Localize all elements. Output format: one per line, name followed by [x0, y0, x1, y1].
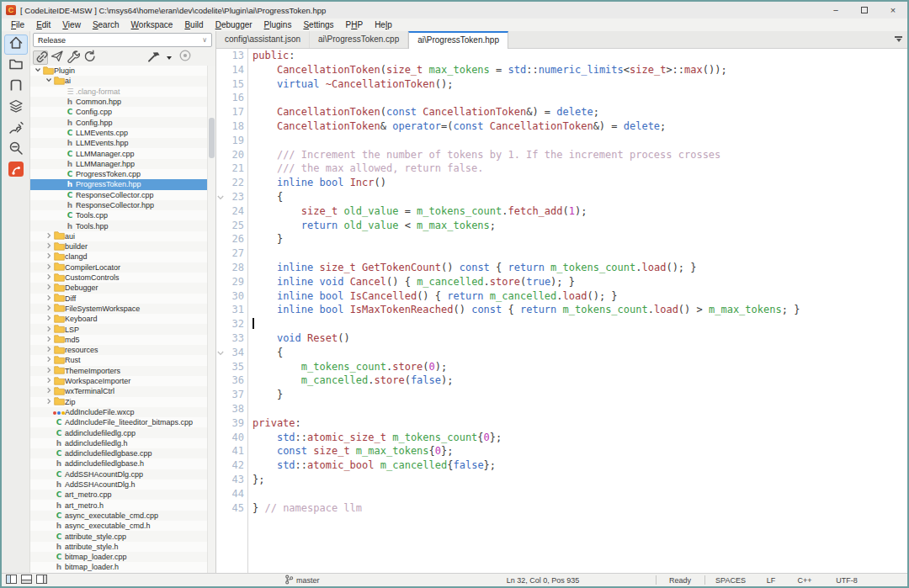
code-line[interactable]: 34 {	[216, 346, 907, 360]
chevron-right-icon[interactable]	[45, 283, 52, 292]
chevron-right-icon[interactable]	[45, 377, 52, 385]
chevron-right-icon[interactable]	[45, 252, 52, 261]
git-branch-indicator[interactable]: master	[284, 574, 320, 586]
tree-item[interactable]: wxTerminalCtrl	[30, 386, 207, 396]
line-number[interactable]: 41	[225, 444, 244, 458]
tree-item[interactable]: aui	[30, 231, 207, 241]
tree-item[interactable]: Diff	[30, 294, 207, 304]
code-line[interactable]: 25 return old_value < m_max_tokens;	[216, 219, 907, 233]
tree-item[interactable]: CAddIncludeFile_liteeditor_bitmaps.cpp	[30, 417, 207, 427]
line-number[interactable]: 30	[225, 289, 244, 304]
code-line[interactable]: 32	[216, 317, 907, 331]
menu-build[interactable]: Build	[178, 19, 209, 31]
whitespace-mode[interactable]: SPACES	[707, 574, 754, 586]
code-line[interactable]: 30 inline bool IsCancelled() { return m_…	[216, 289, 907, 304]
eol-mode[interactable]: LF	[756, 574, 786, 586]
code-line[interactable]: 24 size_t old_value = m_tokens_count.fet…	[216, 204, 907, 219]
editor-tab[interactable]: config\assistant.json	[216, 31, 310, 48]
line-number[interactable]: 16	[225, 91, 244, 105]
toolbar-button-build-hammer-icon[interactable]	[146, 50, 161, 65]
pane-bottom-icon[interactable]	[21, 575, 32, 585]
tree-item[interactable]: clangd	[30, 252, 207, 262]
line-number[interactable]: 20	[225, 148, 244, 162]
tree-item[interactable]: Cattribute_style.cpp	[30, 531, 207, 541]
chevron-right-icon[interactable]	[45, 232, 52, 241]
chevron-right-icon[interactable]	[45, 315, 52, 323]
tree-item[interactable]: Plugin	[30, 66, 207, 76]
strip-button-git-plugin-icon[interactable]	[4, 161, 28, 181]
code-line[interactable]: 40 std::atomic_size_t m_tokens_count{0};	[216, 431, 907, 445]
menu-file[interactable]: File	[5, 19, 30, 31]
code-line[interactable]: 38	[216, 402, 907, 416]
line-number[interactable]: 45	[225, 501, 244, 516]
tree-item[interactable]: hAddSSHAcountDlg.h	[30, 479, 207, 490]
editor-tab[interactable]: ai\ProgressToken.hpp	[408, 31, 508, 49]
line-number[interactable]: 35	[225, 360, 244, 374]
line-number[interactable]: 38	[225, 402, 244, 416]
line-number[interactable]: 17	[225, 105, 244, 119]
tree-item[interactable]: CProgressToken.cpp	[30, 169, 207, 179]
tree-item[interactable]: hbitmap_loader.h	[30, 562, 207, 572]
tree-item[interactable]: Cbitmap_loader.cpp	[30, 552, 207, 562]
menu-php[interactable]: PHP	[340, 19, 369, 31]
toolbar-button-wrench-icon[interactable]	[65, 50, 80, 65]
file-tree[interactable]: Pluginai☰.clang-formathCommon.hppCConfig…	[30, 66, 215, 573]
code-line[interactable]: 26 }	[216, 232, 907, 246]
strip-button-home-icon[interactable]	[4, 34, 28, 55]
line-number[interactable]: 34	[225, 346, 244, 360]
tree-item[interactable]: hCommon.hpp	[30, 97, 207, 107]
fold-marker-icon[interactable]	[216, 346, 225, 360]
code-line[interactable]: 35 m_tokens_count.store(0);	[216, 360, 907, 374]
tree-item[interactable]: builder	[30, 241, 207, 252]
line-number[interactable]: 43	[225, 473, 244, 487]
tree-item[interactable]: CConfig.cpp	[30, 107, 207, 117]
tree-item[interactable]: hResponseCollector.hpp	[30, 200, 207, 210]
strip-button-bookmark-icon[interactable]	[4, 77, 28, 97]
line-number[interactable]: 22	[225, 176, 244, 190]
line-number[interactable]: 13	[225, 49, 244, 63]
tree-item[interactable]: Caddincludefiledlg.cpp	[30, 427, 207, 437]
pane-right-icon[interactable]	[36, 575, 47, 585]
fold-marker-icon[interactable]	[216, 190, 225, 204]
chevron-right-icon[interactable]	[45, 294, 52, 303]
toolbar-button-refresh-icon[interactable]	[81, 50, 96, 65]
code-line[interactable]: 13public:	[216, 49, 907, 63]
code-line[interactable]: 17 CancellationToken(const CancellationT…	[216, 105, 907, 119]
code-line[interactable]: 31 inline bool IsMaxTokenReached() const…	[216, 303, 907, 317]
strip-button-zoom-out-icon[interactable]	[4, 140, 28, 160]
tree-item[interactable]: CustomControls	[30, 273, 207, 283]
tree-item[interactable]: Caddincludefiledlgbase.cpp	[30, 448, 207, 458]
code-line[interactable]: 33 void Reset()	[216, 331, 907, 346]
menu-settings[interactable]: Settings	[297, 19, 339, 31]
line-number[interactable]: 32	[225, 317, 244, 331]
line-number[interactable]: 33	[225, 331, 244, 346]
line-number[interactable]: 21	[225, 162, 244, 176]
toolbar-button-stop-record-icon[interactable]	[178, 50, 193, 65]
chevron-right-icon[interactable]	[45, 242, 52, 251]
menu-workspace[interactable]: Workspace	[125, 19, 179, 31]
code-line[interactable]: 39private:	[216, 416, 907, 431]
code-line[interactable]: 14 CancellationToken(size_t max_tokens =…	[216, 63, 907, 77]
tree-item[interactable]: ☰.clang-format	[30, 87, 207, 97]
chevron-down-icon[interactable]	[35, 66, 41, 75]
menu-debugger[interactable]: Debugger	[210, 19, 258, 31]
menu-help[interactable]: Help	[369, 19, 398, 31]
tree-item[interactable]: WorkspaceImporter	[30, 376, 207, 386]
tree-item[interactable]: CompilerLocator	[30, 262, 207, 273]
code-line[interactable]: 42 std::atomic_bool m_cancelled{false};	[216, 458, 907, 473]
strip-button-folder-icon[interactable]	[4, 56, 28, 76]
chevron-right-icon[interactable]	[45, 398, 52, 406]
line-number[interactable]: 44	[225, 487, 244, 501]
tree-item[interactable]: CResponseCollector.cpp	[30, 190, 207, 200]
code-line[interactable]: 19	[216, 134, 907, 148]
code-line[interactable]: 16	[216, 91, 907, 105]
code-line[interactable]: 45} // namespace llm	[216, 501, 907, 516]
maximize-button[interactable]	[850, 2, 879, 19]
tree-item[interactable]: Keyboard	[30, 314, 207, 324]
chevron-right-icon[interactable]	[45, 387, 52, 395]
chevron-right-icon[interactable]	[45, 273, 52, 282]
tree-scrollbar-thumb[interactable]	[209, 118, 215, 158]
tree-item[interactable]: hConfig.hpp	[30, 117, 207, 127]
line-number[interactable]: 31	[225, 303, 244, 317]
tree-item[interactable]: Debugger	[30, 283, 207, 293]
